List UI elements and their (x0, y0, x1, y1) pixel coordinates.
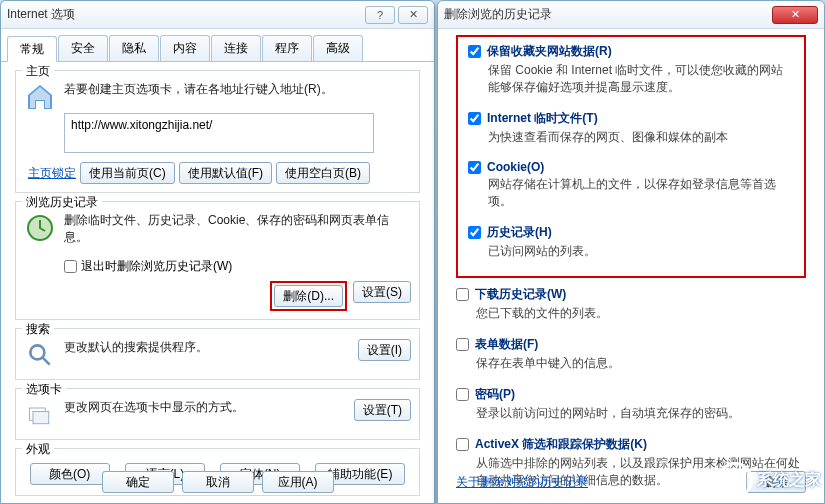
check-item-title: 密码(P) (475, 386, 515, 403)
check-item-title: 保留收藏夹网站数据(R) (487, 43, 612, 60)
check-item: 保留收藏夹网站数据(R)保留 Cookie 和 Internet 临时文件，可以… (468, 43, 794, 96)
group-history-label: 浏览历史记录 (22, 194, 102, 211)
internet-options-dialog: Internet 选项 ? ✕ 常规 安全 隐私 内容 连接 程序 高级 主页 … (0, 0, 435, 504)
check-item-desc: 您已下载的文件的列表。 (476, 305, 806, 322)
group-home-label: 主页 (22, 63, 54, 80)
history-settings-button[interactable]: 设置(S) (353, 281, 411, 303)
highlight-box: 保留收藏夹网站数据(R)保留 Cookie 和 Internet 临时文件，可以… (456, 35, 806, 278)
watermark-logo-icon (717, 462, 753, 498)
use-blank-button[interactable]: 使用空白页(B) (276, 162, 370, 184)
check-item-checkbox[interactable] (456, 388, 469, 401)
tab-programs[interactable]: 程序 (262, 35, 312, 61)
tabs-desc: 更改网页在选项卡中显示的方式。 (64, 399, 346, 416)
check-item-title: Cookie(O) (487, 160, 544, 174)
search-settings-button[interactable]: 设置(I) (358, 339, 411, 361)
tab-content[interactable]: 内容 (160, 35, 210, 61)
watermark-text: 系统之家 (757, 470, 821, 491)
check-item-desc: 保留 Cookie 和 Internet 临时文件，可以使您收藏的网站能够保存偏… (488, 62, 794, 96)
check-item-checkbox[interactable] (456, 438, 469, 451)
titlebar[interactable]: Internet 选项 ? ✕ (1, 1, 434, 29)
check-item: 历史记录(H)已访问网站的列表。 (468, 224, 794, 260)
check-item-title: 历史记录(H) (487, 224, 552, 241)
check-item-desc: 网站存储在计算机上的文件，以保存如登录信息等首选项。 (488, 176, 794, 210)
dialog-title: Internet 选项 (7, 6, 362, 23)
tabs-icon (24, 399, 56, 431)
checklist: 保留收藏夹网站数据(R)保留 Cookie 和 Internet 临时文件，可以… (438, 29, 824, 504)
exit-delete-checkbox[interactable] (64, 260, 77, 273)
svg-point-1 (30, 345, 44, 359)
check-item-checkbox[interactable] (468, 161, 481, 174)
check-item: 密码(P)登录以前访问过的网站时，自动填充保存的密码。 (456, 386, 806, 422)
group-tabs: 选项卡 更改网页在选项卡中显示的方式。 设置(T) (15, 388, 420, 440)
group-appearance-label: 外观 (22, 441, 54, 458)
check-item-desc: 为快速查看而保存的网页、图像和媒体的副本 (488, 129, 794, 146)
use-current-button[interactable]: 使用当前页(C) (80, 162, 175, 184)
home-desc: 若要创建主页选项卡，请在各地址行键入地址(R)。 (64, 81, 333, 98)
check-item-checkbox[interactable] (456, 288, 469, 301)
search-desc: 更改默认的搜索提供程序。 (64, 339, 350, 356)
history-icon (24, 212, 56, 244)
home-icon (24, 81, 56, 113)
group-search: 搜索 更改默认的搜索提供程序。 设置(I) (15, 328, 420, 380)
home-url-input[interactable] (64, 113, 374, 153)
svg-rect-4 (33, 412, 49, 424)
help-button[interactable]: ? (365, 6, 395, 24)
bottom-button-bar: 确定 取消 应用(A) (1, 471, 434, 493)
tab-connections[interactable]: 连接 (211, 35, 261, 61)
tab-security[interactable]: 安全 (58, 35, 108, 61)
check-item-desc: 保存在表单中键入的信息。 (476, 355, 806, 372)
panel-body: 主页 若要创建主页选项卡，请在各地址行键入地址(R)。 主页锁定 使用当前页(C… (1, 62, 434, 504)
delete-history-dialog: 删除浏览的历史记录 ✕ 保留收藏夹网站数据(R)保留 Cookie 和 Inte… (437, 0, 825, 504)
check-item-desc: 登录以前访问过的网站时，自动填充保存的密码。 (476, 405, 806, 422)
tab-strip: 常规 安全 隐私 内容 连接 程序 高级 (1, 29, 434, 62)
titlebar[interactable]: 删除浏览的历史记录 ✕ (438, 1, 824, 29)
check-item: Cookie(O)网站存储在计算机上的文件，以保存如登录信息等首选项。 (468, 160, 794, 210)
close-button[interactable]: ✕ (398, 6, 428, 24)
check-item-checkbox[interactable] (456, 338, 469, 351)
check-item-title: Internet 临时文件(T) (487, 110, 598, 127)
group-tabs-label: 选项卡 (22, 381, 66, 398)
check-item-title: 表单数据(F) (475, 336, 538, 353)
tabs-settings-button[interactable]: 设置(T) (354, 399, 411, 421)
search-icon (24, 339, 56, 371)
use-default-button[interactable]: 使用默认值(F) (179, 162, 272, 184)
delete-history-button[interactable]: 删除(D)... (274, 285, 343, 307)
group-home: 主页 若要创建主页选项卡，请在各地址行键入地址(R)。 主页锁定 使用当前页(C… (15, 70, 420, 193)
svg-line-2 (43, 358, 50, 365)
ok-button[interactable]: 确定 (102, 471, 174, 493)
tab-advanced[interactable]: 高级 (313, 35, 363, 61)
check-item-desc: 已访问网站的列表。 (488, 243, 794, 260)
check-item-checkbox[interactable] (468, 45, 481, 58)
cancel-button[interactable]: 取消 (182, 471, 254, 493)
tab-privacy[interactable]: 隐私 (109, 35, 159, 61)
check-item-checkbox[interactable] (468, 112, 481, 125)
group-search-label: 搜索 (22, 321, 54, 338)
about-delete-link[interactable]: 关于删除浏览的历史记录 (456, 474, 588, 491)
delete-highlight: 删除(D)... (270, 281, 347, 311)
check-item-title: ActiveX 筛选和跟踪保护数据(K) (475, 436, 647, 453)
exit-delete-label: 退出时删除浏览历史记录(W) (81, 258, 232, 275)
check-item: 表单数据(F)保存在表单中键入的信息。 (456, 336, 806, 372)
check-item: 下载历史记录(W)您已下载的文件的列表。 (456, 286, 806, 322)
tab-general[interactable]: 常规 (7, 36, 57, 62)
check-item-title: 下载历史记录(W) (475, 286, 566, 303)
check-item-checkbox[interactable] (468, 226, 481, 239)
apply-button[interactable]: 应用(A) (262, 471, 334, 493)
close-button[interactable]: ✕ (772, 6, 818, 24)
dialog-title: 删除浏览的历史记录 (444, 6, 769, 23)
history-desc: 删除临时文件、历史记录、Cookie、保存的密码和网页表单信息。 (64, 212, 411, 246)
check-item: Internet 临时文件(T)为快速查看而保存的网页、图像和媒体的副本 (468, 110, 794, 146)
group-history: 浏览历史记录 删除临时文件、历史记录、Cookie、保存的密码和网页表单信息。 … (15, 201, 420, 320)
lock-home-link[interactable]: 主页锁定 (28, 165, 76, 182)
watermark: 系统之家 (717, 462, 821, 498)
